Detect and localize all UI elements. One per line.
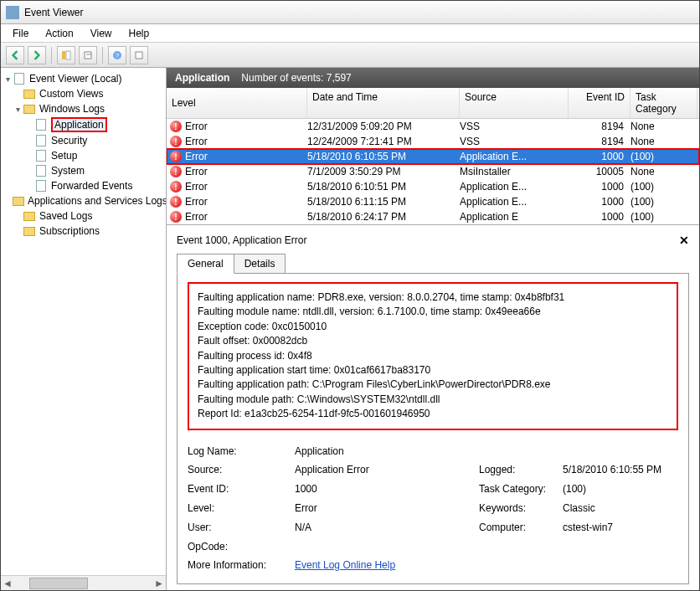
cell-source: Application E... [460,196,569,208]
tree-item-applications-and-services-logs[interactable]: Applications and Services Logs [1,193,166,208]
app-icon [13,72,26,85]
col-eventid[interactable]: Event ID [569,88,631,118]
close-icon[interactable]: ✕ [679,234,689,247]
link-online-help[interactable]: Event Log Online Help [295,559,395,571]
forward-button[interactable] [28,46,46,64]
menubar: File Action View Help [1,24,699,43]
menu-help[interactable]: Help [121,26,158,41]
tab-details[interactable]: Details [234,254,286,274]
value-user: N/A [295,518,479,537]
label-eventid: Event ID: [188,480,295,499]
cell-taskcat: None [631,166,697,177]
cell-datetime: 5/18/2010 6:10:55 PM [307,151,460,162]
svg-rect-6 [136,52,142,59]
event-properties: Log Name:Application Source:Application … [188,442,678,576]
error-icon: ! [170,151,182,162]
log-icon [34,164,48,177]
cell-taskcat: None [631,121,697,132]
error-icon: ! [170,211,182,223]
tree-label: Application [51,117,107,132]
titlebar[interactable]: Event Viewer [1,1,699,24]
tree-item-subscriptions[interactable]: Subscriptions [1,224,166,239]
properties-button[interactable] [79,46,97,64]
event-message: Faulting application name: PDR8.exe, ver… [188,282,678,430]
tree-label: Setup [51,150,77,162]
section-name: Application [175,72,229,84]
event-row[interactable]: !Error12/24/2009 7:21:41 PMVSS8194None [167,134,699,149]
label-source: Source: [188,460,295,480]
tree-label: Subscriptions [39,225,100,237]
event-row[interactable]: !Error5/18/2010 6:10:51 PMApplication E.… [167,179,699,194]
cell-level: Error [185,211,208,223]
error-icon: ! [170,121,182,132]
svg-rect-0 [62,51,65,59]
list-header: Application Number of events: 7,597 [167,68,699,88]
value-eventid: 1000 [295,480,479,499]
grid-body: !Error12/31/2009 5:09:20 PMVSS8194None!E… [167,119,699,224]
event-row[interactable]: !Error5/18/2010 6:11:15 PMApplication E.… [167,194,699,209]
tree-item-security[interactable]: Security [1,133,166,148]
menu-file[interactable]: File [4,26,37,41]
tree-item-system[interactable]: System [1,163,166,178]
cell-datetime: 5/18/2010 6:24:17 PM [307,211,460,223]
log-icon [34,134,48,147]
error-icon: ! [170,166,182,177]
tree-item-forwarded-events[interactable]: Forwarded Events [1,178,166,193]
refresh-button[interactable] [130,46,148,64]
svg-rect-2 [85,52,91,59]
cell-taskcat: (100) [631,151,697,162]
cell-source: Application E... [460,181,569,193]
folder-icon [23,224,36,238]
label-taskcat: Task Category: [479,480,563,499]
show-tree-button[interactable] [57,46,75,64]
cell-source: Application E [460,211,569,223]
folder-icon [13,194,24,208]
help-button[interactable]: ? [108,46,126,64]
tree-item-saved-logs[interactable]: Saved Logs [1,208,166,224]
cell-eventid: 8194 [569,121,631,132]
tree-scrollbar[interactable]: ◄► [1,575,166,590]
tab-general[interactable]: General [177,254,234,274]
grid-header[interactable]: Level Date and Time Source Event ID Task… [167,88,699,119]
back-button[interactable] [6,46,24,64]
event-row[interactable]: !Error7/1/2009 3:50:29 PMMsiInstaller100… [167,164,699,179]
col-datetime[interactable]: Date and Time [307,88,460,118]
event-row[interactable]: !Error5/18/2010 6:24:17 PMApplication E1… [167,209,699,224]
cell-taskcat: (100) [631,211,697,223]
svg-rect-1 [66,51,70,59]
tree-label: Event Viewer (Local) [29,73,122,85]
tree-label: Forwarded Events [51,180,132,192]
toolbar: ? [1,43,699,68]
cell-level: Error [185,166,208,177]
menu-action[interactable]: Action [37,26,81,41]
tree-label: Applications and Services Logs [28,195,167,207]
col-level[interactable]: Level [167,88,307,118]
cell-eventid: 1000 [569,151,631,162]
value-computer: cstest-win7 [563,518,678,537]
event-row[interactable]: !Error5/18/2010 6:10:55 PMApplication E.… [167,149,699,164]
tree-item-windows-logs[interactable]: ▾Windows Logs [1,101,166,116]
tree-pane[interactable]: ▾Event Viewer (Local)Custom Views▾Window… [1,68,167,590]
cell-source: VSS [460,121,569,132]
label-logname: Log Name: [188,442,295,461]
col-source[interactable]: Source [460,88,569,118]
value-logged: 5/18/2010 6:10:55 PM [563,460,678,480]
menu-view[interactable]: View [82,26,121,41]
tree-label: Windows Logs [39,103,105,115]
event-row[interactable]: !Error12/31/2009 5:09:20 PMVSS8194None [167,119,699,134]
log-icon [34,149,48,162]
label-level: Level: [188,499,295,518]
log-icon [34,179,48,193]
tree-item-setup[interactable]: Setup [1,148,166,163]
cell-taskcat: (100) [631,181,697,193]
tree-item-application[interactable]: Application [1,116,166,133]
tree-item-event-viewer-local-[interactable]: ▾Event Viewer (Local) [1,71,166,86]
log-icon [34,118,48,131]
folder-icon [23,87,36,100]
tree-label: System [51,165,85,177]
col-taskcat[interactable]: Task Category [631,88,697,118]
cell-source: VSS [460,136,569,147]
cell-datetime: 12/24/2009 7:21:41 PM [307,136,460,147]
toolbar-sep [51,47,52,64]
tree-item-custom-views[interactable]: Custom Views [1,86,166,101]
